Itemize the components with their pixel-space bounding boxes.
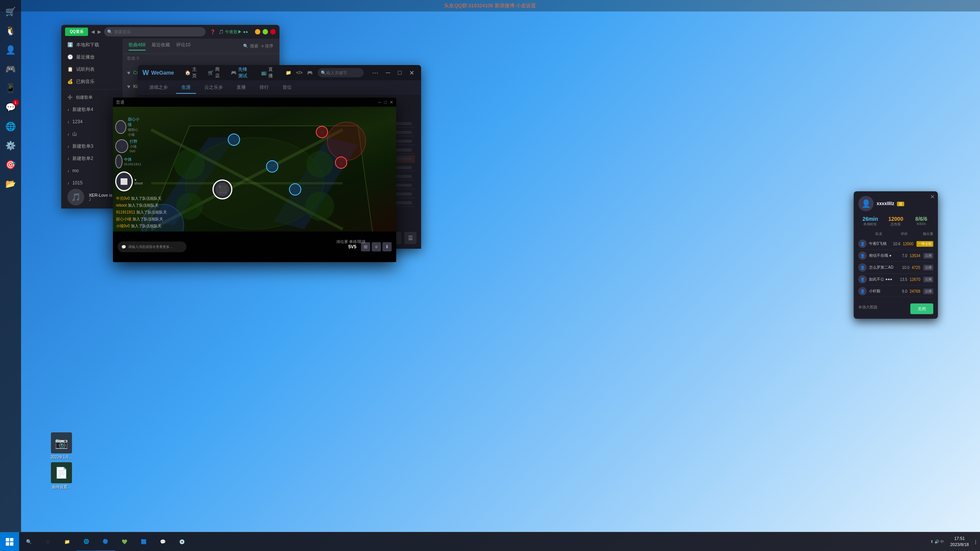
wegame-close-btn[interactable]: ✕ [407, 69, 416, 77]
p2-tag: 点播 [923, 253, 933, 259]
game-chat-input[interactable]: 💬 请输入消息或指令查看更多... [118, 241, 186, 252]
wegame-tab-career[interactable]: 生涯 [176, 82, 196, 94]
score-view-btn2[interactable]: ≡ [372, 242, 381, 251]
wegame-nav-live[interactable]: 📺 直播 [256, 65, 278, 81]
wegame-menu-btn[interactable]: ⋯ [370, 69, 381, 77]
stat-game-length-val: 26min [858, 216, 882, 222]
stat-damage-label: 总伤害 [884, 222, 908, 227]
dock-icon-browser[interactable]: 🌐 [2, 118, 20, 135]
wegame-tab-ranking[interactable]: 排行 [254, 82, 274, 94]
game-restore-btn[interactable]: □ [384, 100, 387, 105]
p1-avatar: 👤 [858, 240, 867, 248]
tab-comments[interactable]: 评论10 [176, 42, 190, 51]
dock-icon-user[interactable]: 👤 [2, 41, 20, 59]
wegame-tab-game-village[interactable]: 游戏之乡 [144, 82, 173, 94]
desktop-file-2[interactable]: 📄 如何设置... [48, 462, 75, 490]
p5-score: 24768 [910, 289, 920, 293]
player3-avatar: ✏ [115, 155, 122, 168]
dock-icon-files[interactable]: 📂 [2, 175, 20, 193]
wegame-nav-home[interactable]: 🏠 主页 [180, 65, 202, 81]
qq-music-tab-bar: 歌曲468 最近收藏 评论10 🔍 搜索 ≡ 排序 [122, 39, 279, 54]
player2-info: 打野 小喵0v0 [130, 139, 141, 153]
nav-fwd-btn[interactable]: ▶ [98, 29, 101, 34]
heart-icon[interactable]: ♥ [127, 70, 130, 76]
game-minimize-btn[interactable]: ─ [378, 100, 381, 105]
btn-sort-songs[interactable]: ≡ 排序 [261, 43, 273, 49]
qq-music-search-bar[interactable]: 🔍 搜索音乐 [104, 27, 206, 36]
map-icon-player1[interactable]: ⚔ [228, 134, 240, 146]
popup-close-btn[interactable]: ✕ [930, 194, 935, 200]
show-desktop-btn[interactable]: | [975, 539, 976, 544]
p2-kda: 7.0 [902, 254, 907, 258]
minimize-btn[interactable] [255, 29, 260, 34]
tab-songs[interactable]: 歌曲468 [129, 42, 145, 51]
desktop-file-1[interactable]: 📷 2022年1月... [48, 432, 75, 460]
svg-rect-16 [10, 542, 13, 546]
wegame-restore-btn[interactable]: □ [395, 69, 404, 76]
taskbar-search[interactable]: 🔍 [19, 532, 38, 551]
wegame-tab-first[interactable]: 首位 [277, 82, 297, 94]
heart-icon[interactable]: ♥ [127, 83, 130, 90]
start-button[interactable] [0, 532, 19, 551]
map-icon-enemy1[interactable]: ⚔ [316, 126, 328, 138]
score-view-btn3[interactable]: ⬇ [382, 242, 392, 251]
wegame-icon-btn3[interactable]: 🎮 [305, 68, 315, 77]
wegame-search-bar[interactable]: 🔍 输入关键字 [318, 68, 364, 77]
dock-icon-settings[interactable]: ⚙️ [2, 137, 20, 155]
popup-player-row-3: 👤 怎么罗第二AD 10.0 4725 点播 [858, 262, 933, 274]
map-icon-selected[interactable]: ⬛ [212, 179, 232, 199]
dock-icon-msg[interactable]: 💬 1 [2, 99, 20, 116]
player1-avatar: ⚔ [115, 120, 126, 134]
wegame-nav-test[interactable]: 🎮 先锋测试 [226, 65, 255, 81]
nav-back-btn[interactable]: ◀ [91, 29, 95, 34]
taskbar-app5[interactable]: 💿 [172, 532, 191, 551]
search-help-btn[interactable]: ❓ [210, 29, 216, 34]
map-icon-player3[interactable]: ⚔ [289, 183, 301, 196]
taskbar-wechat[interactable]: 💬 [153, 532, 172, 551]
taskbar-clock[interactable]: 17:51 2023/8/18 [946, 536, 973, 548]
maximize-btn[interactable] [263, 29, 268, 34]
nav-recent-play[interactable]: 🕐 最近播放 [61, 51, 122, 63]
game-chat-messages: 牛完0v0 加入了队伍组队天 reboot 加入了队伍组队天 911911911… [113, 195, 205, 230]
btn-search-songs[interactable]: 🔍 搜索 [243, 43, 258, 49]
taskbar-app3[interactable]: 💚 [115, 532, 134, 551]
nav-trial-list[interactable]: 📋 试听列表 [61, 63, 122, 75]
svg-point-8 [306, 151, 333, 178]
chat-icon-player1[interactable]: ⚔ 甜心小喵 辅助心小喵 [113, 116, 144, 138]
taskbar-app4[interactable]: 🟦 [134, 532, 153, 551]
map-icon-enemy2[interactable]: ⚔ [335, 156, 347, 169]
game-window: 普通 ─ □ ✕ [113, 98, 396, 262]
wegame-list-view-btn[interactable]: ☰ [404, 232, 416, 244]
wegame-tab-bar: 游戏之乡 生涯 云之乐乡 直播 排行 首位 [138, 80, 421, 94]
taskbar-explorer[interactable]: 📁 [57, 532, 77, 551]
popup-close-action-btn[interactable]: 关闭 [910, 303, 933, 314]
dock-icon-mobile[interactable]: 📱 [2, 80, 20, 97]
game-close-btn[interactable]: ✕ [390, 100, 393, 105]
nav-local-download[interactable]: ⬇️ 本地和下载 [61, 39, 122, 51]
chat-icon-player2[interactable]: 🗡 打野 小喵0v0 [113, 138, 144, 154]
player1-info: 甜心小喵 辅助心小喵 [128, 117, 141, 137]
dock-icon-taobao[interactable]: 🛒 [2, 3, 20, 21]
wegame-icon-btn1[interactable]: 📁 [284, 68, 293, 77]
now-playing-label: 🎵 午夜歌▶ ●● [219, 29, 248, 35]
wegame-icon-btn2[interactable]: </> [295, 68, 304, 77]
dock-icon-game1[interactable]: 🎮 [2, 60, 20, 78]
dock-icon-wegame[interactable]: 🎯 [2, 156, 20, 174]
wegame-minimize-btn[interactable]: ─ [384, 69, 392, 76]
tab-favorites[interactable]: 最近收藏 [152, 42, 170, 51]
player3-info: 中路 911911911 [124, 157, 141, 166]
dock-icon-qq[interactable]: 🐧 [2, 22, 20, 40]
wegame-tab-cloud[interactable]: 云之乐乡 [199, 82, 228, 94]
taskbar-task-view[interactable]: ⊞ [38, 532, 57, 551]
nav-purchased[interactable]: 💰 已购音乐 [61, 75, 122, 88]
wegame-tab-livestream[interactable]: 直播 [231, 82, 251, 94]
p4-kda: 13.5 [900, 277, 907, 282]
chat-icon-selected[interactable]: ⬜ ∎ shoot [113, 171, 144, 192]
wegame-nav-shop[interactable]: 🛒 商店 [203, 65, 225, 81]
taskbar-edge[interactable]: 🌐 [77, 532, 96, 551]
chat-icon-player3[interactable]: ✏ 中路 911911911 [113, 154, 144, 169]
close-btn[interactable] [270, 29, 276, 34]
qq-music-logo: QQ音乐 [65, 28, 88, 36]
taskbar-chrome[interactable]: 🔵 [96, 532, 115, 551]
map-icon-player2[interactable]: ⚔ [266, 160, 278, 173]
